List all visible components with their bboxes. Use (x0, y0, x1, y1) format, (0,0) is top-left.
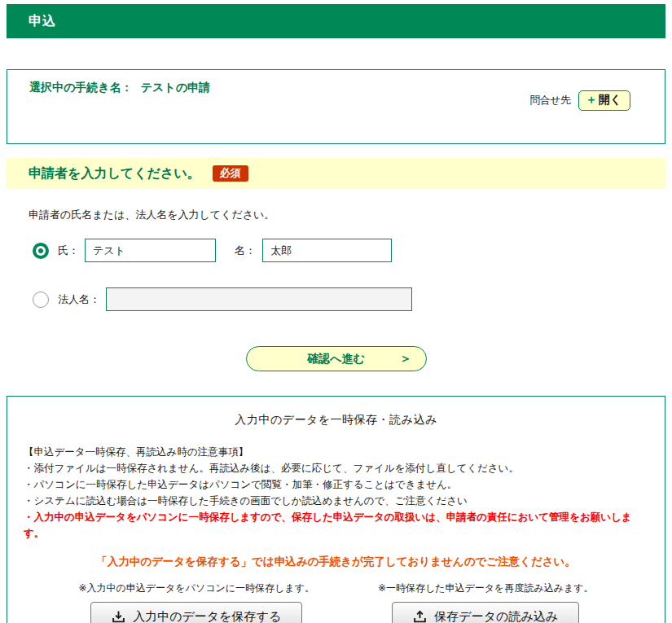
plus-icon: ＋ (586, 93, 597, 107)
selected-procedure-label: 選択中の手続き名： (29, 81, 133, 94)
save-column: ※入力中の申込データをパソコンに一時保存します。 入力中のデータを保存する (78, 581, 314, 623)
required-badge: 必須 (213, 165, 248, 182)
corporate-name-input[interactable] (106, 287, 412, 311)
note-line: ・システムに読込む場合は一時保存した手続きの画面でしか読込めませんので、ご注意く… (24, 493, 648, 509)
load-data-button[interactable]: 保存データの読み込み (392, 602, 579, 623)
selected-procedure-value: テストの申請 (141, 81, 210, 94)
save-caption: ※入力中の申込データをパソコンに一時保存します。 (78, 581, 314, 595)
inquiry-label: 問合せ先 (529, 94, 570, 107)
download-icon (112, 610, 125, 623)
form-description: 申請者の氏名または、法人名を入力してください。 (29, 208, 665, 222)
page-title: 申込 (7, 4, 665, 38)
inquiry-open-button[interactable]: ＋ 開く (578, 90, 630, 111)
applicant-section-heading: 申請者を入力してください。 必須 (7, 158, 665, 189)
corporate-name-row: 法人名： (33, 287, 665, 311)
load-data-button-label: 保存データの読み込み (434, 609, 558, 623)
first-name-input[interactable] (262, 239, 392, 262)
last-name-input[interactable] (85, 239, 216, 262)
confirm-button-label: 確認へ進む (307, 352, 365, 365)
note-line-red: ・入力中の申込データをパソコンに一時保存しますので、保存した申込データの取扱いは… (24, 509, 648, 542)
individual-radio[interactable] (33, 243, 49, 259)
first-name-label: 名： (235, 243, 256, 258)
notes-heading: 【申込データ一時保存、再読込み時の注意事項】 (24, 444, 648, 460)
note-line: ・パソコンに一時保存した申込データはパソコンで閲覧・加筆・修正することはできませ… (24, 476, 648, 493)
load-column: ※一時保存した申込データを再度読み込みます。 保存データの読み込み (378, 581, 594, 623)
application-page: 申込 選択中の手続き名：テストの申請 問合せ先 ＋ 開く 申請者を入力してくださ… (0, 0, 672, 623)
temp-save-title: 入力中のデータを一時保存・読み込み (24, 413, 648, 428)
confirm-button[interactable]: 確認へ進む ＞ (246, 346, 427, 371)
temp-save-notes: 【申込データ一時保存、再読込み時の注意事項】 ・添付ファイルは一時保存されません… (24, 444, 648, 542)
inquiry-row: 問合せ先 ＋ 開く (529, 90, 630, 111)
procedure-box: 選択中の手続き名：テストの申請 問合せ先 ＋ 開く (7, 69, 665, 144)
individual-name-row: 氏： 名： (33, 239, 665, 262)
inquiry-open-label: 開く (599, 93, 621, 107)
section-heading-text: 申請者を入力してください。 (29, 165, 200, 182)
corporate-name-label: 法人名： (58, 292, 100, 307)
save-data-button[interactable]: 入力中のデータを保存する (90, 602, 302, 623)
save-warning: 「入力中のデータを保存する」では申込みの手続きが完了しておりませんのでご注意くだ… (24, 555, 648, 569)
chevron-right-icon: ＞ (400, 350, 412, 366)
last-name-label: 氏： (58, 243, 79, 258)
note-line: ・添付ファイルは一時保存されません。再読込み後は、必要に応じて、ファイルを添付し… (24, 460, 648, 476)
save-data-button-label: 入力中のデータを保存する (133, 609, 281, 623)
save-load-columns: ※入力中の申込データをパソコンに一時保存します。 入力中のデータを保存する ※一… (24, 581, 648, 623)
load-caption: ※一時保存した申込データを再度読み込みます。 (378, 581, 594, 595)
corporate-radio[interactable] (33, 292, 49, 308)
submit-row: 確認へ進む ＞ (7, 346, 665, 371)
temp-save-box: 入力中のデータを一時保存・読み込み 【申込データ一時保存、再読込み時の注意事項】… (7, 396, 665, 623)
page-title-text: 申込 (29, 13, 56, 30)
upload-icon (413, 610, 427, 623)
